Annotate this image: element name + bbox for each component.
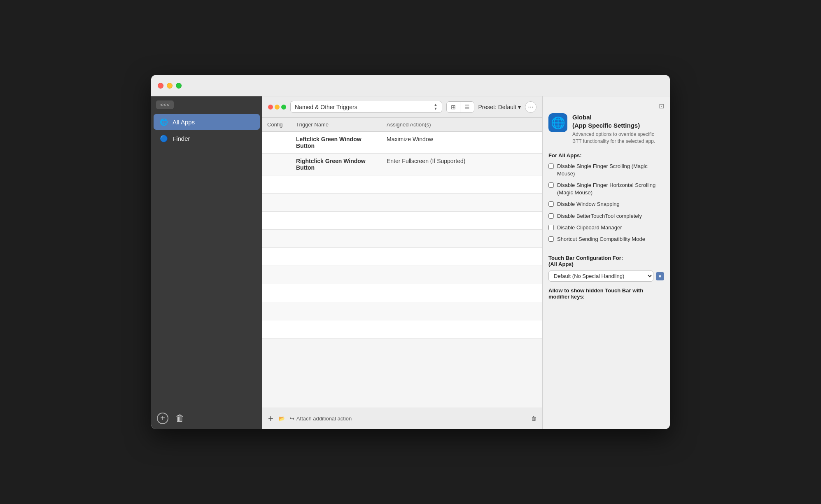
dot-yellow xyxy=(275,105,280,110)
table-row xyxy=(262,302,542,320)
close-button[interactable] xyxy=(158,83,163,89)
add-app-button[interactable]: + xyxy=(157,413,168,424)
checkbox-disable-snapping: Disable Window Snapping xyxy=(548,201,664,208)
all-apps-icon: 🌐 xyxy=(159,117,168,126)
delete-trigger-button[interactable]: 🗑 xyxy=(531,415,536,422)
add-icon: + xyxy=(160,413,165,423)
table-row[interactable]: Rightclick Green Window Button Enter Ful… xyxy=(262,154,542,175)
section-divider xyxy=(548,249,664,249)
main-window: <<< 🌐 All Apps 🔵 Finder + 🗑 xyxy=(151,75,670,429)
table-row xyxy=(262,175,542,194)
config-cell xyxy=(262,154,291,175)
bottom-toolbar: + 📂 ↪ Attach additional action 🗑 xyxy=(262,408,542,429)
add-trigger-icon: + xyxy=(268,413,273,424)
sidebar-item-all-apps[interactable]: 🌐 All Apps xyxy=(154,114,260,130)
trigger-selector-arrow: ▲ ▼ xyxy=(434,103,438,111)
maximize-button[interactable] xyxy=(176,83,182,89)
dot-red xyxy=(268,105,273,110)
checkbox-disable-horiz: Disable Single Finger Horizontal Scrolli… xyxy=(548,182,664,196)
list-icon: ☰ xyxy=(464,104,470,110)
config-col-header: Config xyxy=(262,118,291,132)
checkbox-disable-clipboard: Disable Clipboard Manager xyxy=(548,224,664,231)
titlebar xyxy=(151,75,670,96)
list-view-button[interactable]: ☰ xyxy=(460,102,474,112)
table-row xyxy=(262,266,542,284)
minimize-button[interactable] xyxy=(167,83,173,89)
disable-clipboard-checkbox[interactable] xyxy=(548,225,554,230)
trash-icon: 🗑 xyxy=(175,414,184,423)
disable-horiz-checkbox[interactable] xyxy=(548,182,554,188)
finder-icon: 🔵 xyxy=(159,134,168,143)
folder-icon: 📂 xyxy=(278,415,285,422)
touchbar-dropdown[interactable]: Default (No Special Handling) xyxy=(548,271,653,282)
more-icon: ··· xyxy=(528,103,533,111)
chevron-down-icon: ▼ xyxy=(658,274,662,279)
shortcut-compat-checkbox[interactable] xyxy=(548,236,554,242)
view-toggle: ⊞ ☰ xyxy=(446,101,474,113)
sidebar-item-finder[interactable]: 🔵 Finder xyxy=(154,131,260,146)
finder-label: Finder xyxy=(173,135,190,142)
app-description: Advanced options to override specific BT… xyxy=(572,131,664,145)
all-apps-label: All Apps xyxy=(173,119,195,126)
delete-trigger-icon: 🗑 xyxy=(531,415,536,422)
disable-snapping-label: Disable Window Snapping xyxy=(557,201,620,208)
table-row xyxy=(262,230,542,248)
disable-snapping-checkbox[interactable] xyxy=(548,201,554,207)
checkbox-shortcut-compat: Shortcut Sending Compatibility Mode xyxy=(548,236,664,243)
for-all-apps-title: For All Apps: xyxy=(548,152,664,159)
checkbox-disable-btt: Disable BetterTouchTool completely xyxy=(548,212,664,220)
trigger-name-cell: Leftclick Green Window Button xyxy=(291,132,382,154)
table-row xyxy=(262,320,542,338)
app-title: Global(App Specific Settings) xyxy=(572,113,664,129)
action-col-header: Assigned Action(s) xyxy=(382,118,542,132)
right-panel-header: ⊡ xyxy=(548,102,664,110)
grid-view-button[interactable]: ⊞ xyxy=(447,102,460,112)
center-toolbar: Named & Other Triggers ▲ ▼ ⊞ ☰ Preset: D… xyxy=(262,96,542,118)
hidden-touchbar-title: Allow to show hidden Touch Bar with modi… xyxy=(548,287,664,300)
trigger-selector[interactable]: Named & Other Triggers ▲ ▼ xyxy=(290,101,442,113)
action-cell: Enter Fullscreen (If Supported) xyxy=(382,154,542,175)
touchbar-dropdown-arrow[interactable]: ▼ xyxy=(656,272,664,280)
back-button[interactable]: <<< xyxy=(156,100,174,109)
table-row xyxy=(262,212,542,230)
panel-collapse-button[interactable]: ⊡ xyxy=(659,102,664,110)
app-text-block: Global(App Specific Settings) Advanced o… xyxy=(572,113,664,145)
trigger-col-header: Trigger Name xyxy=(291,118,382,132)
traffic-lights xyxy=(158,83,182,89)
disable-btt-label: Disable BetterTouchTool completely xyxy=(557,212,642,220)
delete-app-button[interactable]: 🗑 xyxy=(174,413,186,424)
table-container: Config Trigger Name Assigned Action(s) xyxy=(262,118,542,408)
table-row[interactable]: Leftclick Green Window Button Maximize W… xyxy=(262,132,542,154)
app-info: 🌐 Global(App Specific Settings) Advanced… xyxy=(548,113,664,145)
table-row xyxy=(262,248,542,266)
folder-button[interactable]: 📂 xyxy=(278,415,285,422)
center-panel: Named & Other Triggers ▲ ▼ ⊞ ☰ Preset: D… xyxy=(262,96,542,429)
sidebar: <<< 🌐 All Apps 🔵 Finder + 🗑 xyxy=(151,96,262,429)
more-button[interactable]: ··· xyxy=(525,101,536,113)
shortcut-compat-label: Shortcut Sending Compatibility Mode xyxy=(557,236,645,243)
grid-icon: ⊞ xyxy=(451,104,456,110)
disable-single-finger-checkbox[interactable] xyxy=(548,163,554,169)
preset-label[interactable]: Preset: Default ▾ xyxy=(478,104,521,110)
main-layout: <<< 🌐 All Apps 🔵 Finder + 🗑 xyxy=(151,96,670,429)
add-trigger-button[interactable]: + xyxy=(268,413,273,424)
attach-action-button[interactable]: ↪ Attach additional action xyxy=(290,415,352,422)
disable-horiz-label: Disable Single Finger Horizontal Scrolli… xyxy=(557,182,664,196)
disable-btt-checkbox[interactable] xyxy=(548,213,554,219)
table-row xyxy=(262,284,542,302)
config-cell xyxy=(262,132,291,154)
triggers-table: Config Trigger Name Assigned Action(s) xyxy=(262,118,542,338)
collapse-icon: ⊡ xyxy=(659,103,664,110)
dot-green-toolbar xyxy=(281,105,286,110)
right-panel: ⊡ 🌐 Global(App Specific Settings) Advanc… xyxy=(542,96,670,429)
attach-icon: ↪ xyxy=(290,415,294,422)
table-row xyxy=(262,194,542,212)
app-global-icon: 🌐 xyxy=(548,113,567,132)
toolbar-dots xyxy=(268,105,286,110)
action-cell: Maximize Window xyxy=(382,132,542,154)
sidebar-items: 🌐 All Apps 🔵 Finder xyxy=(151,113,262,407)
touchbar-config-title: Touch Bar Configuration For:(All Apps) xyxy=(548,255,664,267)
sidebar-footer: + 🗑 xyxy=(151,407,262,429)
disable-single-finger-label: Disable Single Finger Scrolling (Magic M… xyxy=(557,163,664,177)
disable-clipboard-label: Disable Clipboard Manager xyxy=(557,224,622,231)
